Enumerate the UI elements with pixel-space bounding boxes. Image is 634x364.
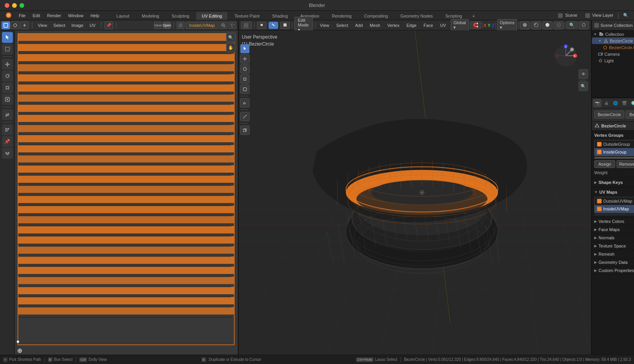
vp-mode-edge[interactable]: [269, 22, 278, 29]
vp-add-cube-tool[interactable]: [240, 125, 250, 135]
vp-global-dropdown[interactable]: Global ▾: [451, 19, 469, 31]
vp-zoom[interactable]: 🔍: [579, 81, 588, 91]
outliner-item-beziercircle[interactable]: ▼ BezierCircle 👁 📷: [592, 37, 634, 44]
uv-new-btn[interactable]: New: [154, 22, 162, 29]
vp-solid-shade[interactable]: [520, 21, 530, 29]
vp-cursor-tool[interactable]: [240, 44, 250, 53]
tool-select-box[interactable]: [2, 44, 13, 55]
menu-help[interactable]: Help: [87, 12, 103, 19]
outliner-item-camera[interactable]: Camera 👁📷: [592, 51, 634, 57]
vp-walk-nav[interactable]: 👁: [579, 69, 588, 79]
vp-mode-vert[interactable]: [257, 22, 266, 29]
vp-transform-tool[interactable]: [240, 85, 250, 94]
view-layer-selector[interactable]: View Layer: [582, 12, 616, 19]
vp-menu-uv[interactable]: UV: [438, 22, 448, 28]
vp-render-shade[interactable]: [542, 21, 553, 29]
props-icon-view[interactable]: 🌐: [611, 99, 619, 107]
minimize-button[interactable]: [12, 3, 17, 8]
search-button[interactable]: 🔍: [620, 12, 632, 19]
normals-section[interactable]: ▶ Normals: [592, 234, 634, 242]
tab-scripting[interactable]: Scripting: [440, 12, 468, 20]
shape-keys-header[interactable]: ▶ Shape Keys: [594, 180, 623, 185]
tool-annotate[interactable]: [2, 109, 13, 120]
vp-mode-face[interactable]: [280, 22, 290, 29]
uv-open-btn[interactable]: Open: [163, 22, 171, 29]
vp-rotate-tool[interactable]: [240, 64, 250, 74]
tool-scale[interactable]: [2, 82, 13, 93]
tool-move[interactable]: [2, 59, 13, 70]
vp-gizmo-toggle[interactable]: [579, 21, 589, 29]
props-icon-render[interactable]: 📷: [593, 99, 601, 107]
vg-assign-btn[interactable]: Assign: [594, 160, 615, 168]
uv-grab-cursor[interactable]: ✋: [226, 43, 236, 52]
tab-compositing[interactable]: Compositing: [359, 12, 393, 20]
vp-material-shade[interactable]: [531, 21, 541, 29]
vertex-colors-section[interactable]: ▶ Vertex Colors: [592, 217, 634, 226]
props-icon-scene[interactable]: 🎬: [620, 99, 628, 107]
vg-item-inside[interactable]: ▽ InsideGroup 📌: [595, 148, 634, 156]
uv-menu-view[interactable]: View: [35, 22, 50, 28]
vp-menu-mesh[interactable]: Mesh: [367, 22, 383, 28]
texture-space-section[interactable]: ▶ Texture Space: [592, 242, 634, 250]
tool-transform[interactable]: [2, 94, 13, 105]
uv-map-inside[interactable]: □ InsideUVMap: [595, 205, 634, 213]
tab-modeling[interactable]: Modeling: [136, 12, 165, 20]
blender-icon-menu[interactable]: [2, 11, 15, 20]
scene-selector[interactable]: Scene: [555, 12, 580, 19]
outliner-item-beziercircle-sub[interactable]: BezierCircle.001 👁 📷: [592, 44, 634, 51]
uv-maps-toggle[interactable]: ▼ UV Maps: [594, 190, 617, 194]
vg-item-outside[interactable]: ▽ OutsideGroup 📌: [595, 140, 634, 148]
vp-xray-toggle[interactable]: [554, 21, 564, 29]
vg-remove-action-btn[interactable]: Remove: [616, 160, 634, 168]
vp-menu-vertex[interactable]: Vertex: [385, 22, 402, 28]
uv-menu-uv[interactable]: UV: [87, 22, 98, 28]
uv-zoom-fit[interactable]: [220, 22, 227, 29]
tab-texture-paint[interactable]: Texture Paint: [229, 12, 265, 20]
uv-zoom-in[interactable]: 🔍: [226, 33, 236, 42]
uv-map-outside[interactable]: □ OutsideUVMap: [595, 197, 634, 205]
maximize-button[interactable]: [19, 3, 24, 8]
outliner-item-light[interactable]: Light 👁📷: [592, 57, 634, 64]
uv-menu-select[interactable]: Select: [51, 22, 68, 28]
vp-annotate-tool[interactable]: [240, 98, 250, 108]
tab-layout[interactable]: Layout: [111, 12, 135, 20]
tool-rotate[interactable]: [2, 71, 13, 81]
props-icon-output[interactable]: 🖨: [602, 99, 610, 107]
menu-render[interactable]: Render: [44, 12, 64, 19]
add-workspace-tab[interactable]: +: [469, 12, 478, 20]
tab-shading[interactable]: Shading: [267, 12, 293, 20]
remesh-section[interactable]: ▶ Remesh: [592, 250, 634, 258]
menu-window[interactable]: Window: [65, 12, 87, 19]
tool-select[interactable]: [2, 32, 13, 43]
uv-grab-tool[interactable]: [228, 22, 236, 29]
vp-move-tool[interactable]: [240, 54, 250, 64]
uv-img-tool-1[interactable]: [177, 22, 184, 29]
props-tab-beziercircle-1[interactable]: BezierCircle: [594, 111, 624, 118]
vp-menu-add[interactable]: Add: [353, 22, 365, 28]
vp-menu-edge[interactable]: Edge: [404, 22, 419, 28]
vp-menu-face[interactable]: Face: [421, 22, 435, 28]
tab-geometry-nodes[interactable]: Geometry Nodes: [395, 12, 438, 20]
uv-mode-btn-2[interactable]: [11, 21, 19, 29]
uv-pin-btn[interactable]: 📌: [104, 21, 113, 29]
vp-magnet[interactable]: 🧲: [470, 21, 481, 29]
nav-gizmo[interactable]: X Y Z: [554, 44, 577, 67]
vp-options[interactable]: Options ▾: [497, 19, 517, 31]
geometry-data-section[interactable]: ▶ Geometry Data: [592, 258, 634, 267]
close-button[interactable]: [5, 3, 9, 8]
props-icon-world[interactable]: 🌍: [629, 99, 634, 107]
tool-pin[interactable]: 📌: [2, 136, 13, 147]
outliner-item-collection[interactable]: ▼ Collection 👁 📷: [592, 31, 634, 37]
menu-file[interactable]: File: [16, 12, 29, 19]
tab-uv-editing[interactable]: UV Editing: [196, 12, 227, 20]
vp-search[interactable]: 🔍: [567, 21, 577, 29]
uv-menu-image[interactable]: Image: [69, 22, 86, 28]
tool-relax[interactable]: [2, 148, 13, 159]
tool-rip[interactable]: [2, 124, 13, 135]
vp-editor-type[interactable]: [241, 21, 252, 29]
vp-measure-tool[interactable]: [240, 112, 250, 121]
uvmap-name-display[interactable]: InsideUVMap: [186, 22, 218, 29]
face-maps-section[interactable]: ▶ Face Maps: [592, 226, 634, 234]
vp-scale-tool[interactable]: [240, 74, 250, 84]
tab-sculpting[interactable]: Sculpting: [166, 12, 195, 20]
